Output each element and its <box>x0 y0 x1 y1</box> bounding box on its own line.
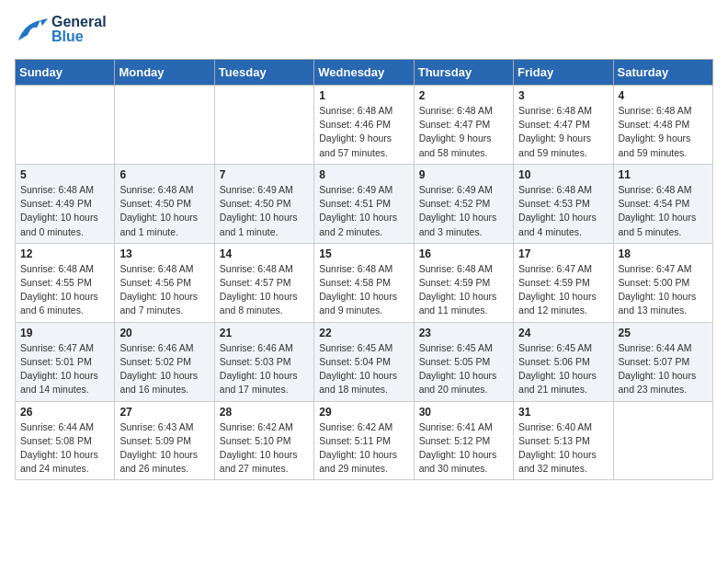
calendar-day-cell: 8Sunrise: 6:49 AM Sunset: 4:51 PM Daylig… <box>314 164 414 243</box>
day-number: 16 <box>419 247 508 260</box>
calendar-day-cell: 10Sunrise: 6:48 AM Sunset: 4:53 PM Dayli… <box>514 164 613 243</box>
day-number: 26 <box>20 406 109 419</box>
weekday-header: Tuesday <box>214 60 313 86</box>
calendar-day-cell <box>115 86 214 165</box>
calendar-day-cell: 14Sunrise: 6:48 AM Sunset: 4:57 PM Dayli… <box>214 243 313 322</box>
svg-marker-0 <box>40 18 48 26</box>
day-info: Sunrise: 6:47 AM Sunset: 5:00 PM Dayligh… <box>619 262 708 318</box>
day-number: 21 <box>220 327 309 339</box>
calendar-day-cell: 27Sunrise: 6:43 AM Sunset: 5:09 PM Dayli… <box>115 401 214 480</box>
day-info: Sunrise: 6:48 AM Sunset: 4:55 PM Dayligh… <box>20 262 109 318</box>
calendar-day-cell: 7Sunrise: 6:49 AM Sunset: 4:50 PM Daylig… <box>214 164 313 243</box>
logo: General Blue <box>15 15 107 48</box>
calendar-day-cell: 28Sunrise: 6:42 AM Sunset: 5:10 PM Dayli… <box>214 401 313 480</box>
calendar-day-cell: 2Sunrise: 6:48 AM Sunset: 4:47 PM Daylig… <box>414 86 513 165</box>
day-info: Sunrise: 6:48 AM Sunset: 4:49 PM Dayligh… <box>20 183 109 239</box>
day-info: Sunrise: 6:48 AM Sunset: 4:53 PM Dayligh… <box>518 183 608 239</box>
day-info: Sunrise: 6:49 AM Sunset: 4:52 PM Dayligh… <box>419 183 508 239</box>
calendar-day-cell: 23Sunrise: 6:45 AM Sunset: 5:05 PM Dayli… <box>414 322 513 401</box>
day-info: Sunrise: 6:48 AM Sunset: 4:58 PM Dayligh… <box>319 262 408 318</box>
calendar-day-cell: 25Sunrise: 6:44 AM Sunset: 5:07 PM Dayli… <box>613 322 712 401</box>
day-info: Sunrise: 6:48 AM Sunset: 4:56 PM Dayligh… <box>119 262 209 318</box>
calendar-week-row: 12Sunrise: 6:48 AM Sunset: 4:55 PM Dayli… <box>16 243 713 322</box>
calendar-day-cell: 31Sunrise: 6:40 AM Sunset: 5:13 PM Dayli… <box>514 401 613 480</box>
weekday-header: Wednesday <box>314 60 414 86</box>
calendar-day-cell: 20Sunrise: 6:46 AM Sunset: 5:02 PM Dayli… <box>115 322 214 401</box>
calendar-day-cell: 15Sunrise: 6:48 AM Sunset: 4:58 PM Dayli… <box>314 243 414 322</box>
day-number: 18 <box>619 247 708 260</box>
calendar-day-cell: 16Sunrise: 6:48 AM Sunset: 4:59 PM Dayli… <box>414 243 513 322</box>
weekday-header: Sunday <box>16 60 115 86</box>
calendar-day-cell: 30Sunrise: 6:41 AM Sunset: 5:12 PM Dayli… <box>414 401 513 480</box>
calendar-day-cell: 13Sunrise: 6:48 AM Sunset: 4:56 PM Dayli… <box>115 243 214 322</box>
calendar-day-cell: 11Sunrise: 6:48 AM Sunset: 4:54 PM Dayli… <box>613 164 712 243</box>
day-number: 8 <box>319 168 408 181</box>
calendar-day-cell: 18Sunrise: 6:47 AM Sunset: 5:00 PM Dayli… <box>613 243 712 322</box>
day-info: Sunrise: 6:49 AM Sunset: 4:51 PM Dayligh… <box>319 183 408 239</box>
calendar-header-row: SundayMondayTuesdayWednesdayThursdayFrid… <box>16 60 713 86</box>
day-info: Sunrise: 6:41 AM Sunset: 5:12 PM Dayligh… <box>419 420 508 477</box>
day-number: 24 <box>518 327 608 339</box>
calendar-week-row: 1Sunrise: 6:48 AM Sunset: 4:46 PM Daylig… <box>16 86 713 165</box>
calendar-day-cell: 22Sunrise: 6:45 AM Sunset: 5:04 PM Dayli… <box>314 322 414 401</box>
day-number: 9 <box>419 168 508 181</box>
calendar-day-cell: 9Sunrise: 6:49 AM Sunset: 4:52 PM Daylig… <box>414 164 513 243</box>
day-info: Sunrise: 6:46 AM Sunset: 5:03 PM Dayligh… <box>220 341 309 397</box>
weekday-header: Saturday <box>613 60 712 86</box>
day-info: Sunrise: 6:47 AM Sunset: 5:01 PM Dayligh… <box>20 341 109 397</box>
weekday-header: Monday <box>115 60 214 86</box>
day-number: 12 <box>20 247 109 260</box>
calendar-week-row: 26Sunrise: 6:44 AM Sunset: 5:08 PM Dayli… <box>16 401 713 480</box>
logo-bird-icon <box>15 15 48 48</box>
day-number: 10 <box>518 168 608 181</box>
day-info: Sunrise: 6:48 AM Sunset: 4:59 PM Dayligh… <box>419 262 508 318</box>
day-number: 19 <box>20 327 109 339</box>
day-info: Sunrise: 6:48 AM Sunset: 4:57 PM Dayligh… <box>220 262 309 318</box>
day-info: Sunrise: 6:42 AM Sunset: 5:11 PM Dayligh… <box>319 420 408 477</box>
day-number: 13 <box>119 247 209 260</box>
calendar-week-row: 19Sunrise: 6:47 AM Sunset: 5:01 PM Dayli… <box>16 322 713 401</box>
day-number: 27 <box>119 406 209 419</box>
day-info: Sunrise: 6:49 AM Sunset: 4:50 PM Dayligh… <box>220 183 309 239</box>
calendar-day-cell: 19Sunrise: 6:47 AM Sunset: 5:01 PM Dayli… <box>16 322 115 401</box>
day-info: Sunrise: 6:43 AM Sunset: 5:09 PM Dayligh… <box>119 420 209 477</box>
day-info: Sunrise: 6:45 AM Sunset: 5:04 PM Dayligh… <box>319 341 408 397</box>
calendar-day-cell: 12Sunrise: 6:48 AM Sunset: 4:55 PM Dayli… <box>16 243 115 322</box>
day-info: Sunrise: 6:48 AM Sunset: 4:46 PM Dayligh… <box>319 104 408 160</box>
day-number: 1 <box>319 89 408 102</box>
day-number: 4 <box>619 89 708 102</box>
calendar-day-cell: 21Sunrise: 6:46 AM Sunset: 5:03 PM Dayli… <box>214 322 313 401</box>
logo-text-block: General Blue <box>51 15 107 44</box>
day-number: 15 <box>319 247 408 260</box>
calendar-day-cell <box>16 86 115 165</box>
day-number: 5 <box>20 168 109 181</box>
day-info: Sunrise: 6:48 AM Sunset: 4:54 PM Dayligh… <box>619 183 708 239</box>
day-number: 14 <box>220 247 309 260</box>
day-number: 20 <box>119 327 209 339</box>
day-info: Sunrise: 6:45 AM Sunset: 5:05 PM Dayligh… <box>419 341 508 397</box>
calendar-day-cell: 1Sunrise: 6:48 AM Sunset: 4:46 PM Daylig… <box>314 86 414 165</box>
logo-blue: Blue <box>51 29 107 44</box>
calendar-day-cell: 6Sunrise: 6:48 AM Sunset: 4:50 PM Daylig… <box>115 164 214 243</box>
day-number: 31 <box>518 406 608 419</box>
day-info: Sunrise: 6:44 AM Sunset: 5:08 PM Dayligh… <box>20 420 109 477</box>
day-info: Sunrise: 6:48 AM Sunset: 4:47 PM Dayligh… <box>419 104 508 160</box>
day-info: Sunrise: 6:42 AM Sunset: 5:10 PM Dayligh… <box>220 420 309 477</box>
day-number: 30 <box>419 406 508 419</box>
calendar-week-row: 5Sunrise: 6:48 AM Sunset: 4:49 PM Daylig… <box>16 164 713 243</box>
weekday-header: Thursday <box>414 60 513 86</box>
day-number: 23 <box>419 327 508 339</box>
calendar-day-cell: 5Sunrise: 6:48 AM Sunset: 4:49 PM Daylig… <box>16 164 115 243</box>
page-header: General Blue <box>15 15 713 48</box>
day-info: Sunrise: 6:48 AM Sunset: 4:48 PM Dayligh… <box>619 104 708 160</box>
day-info: Sunrise: 6:46 AM Sunset: 5:02 PM Dayligh… <box>119 341 209 397</box>
calendar-day-cell: 17Sunrise: 6:47 AM Sunset: 4:59 PM Dayli… <box>514 243 613 322</box>
day-number: 7 <box>220 168 309 181</box>
logo-general: General <box>51 15 107 29</box>
day-info: Sunrise: 6:47 AM Sunset: 4:59 PM Dayligh… <box>518 262 608 318</box>
day-number: 22 <box>319 327 408 339</box>
day-number: 11 <box>619 168 708 181</box>
calendar-day-cell: 4Sunrise: 6:48 AM Sunset: 4:48 PM Daylig… <box>613 86 712 165</box>
calendar-day-cell: 26Sunrise: 6:44 AM Sunset: 5:08 PM Dayli… <box>16 401 115 480</box>
day-number: 17 <box>518 247 608 260</box>
